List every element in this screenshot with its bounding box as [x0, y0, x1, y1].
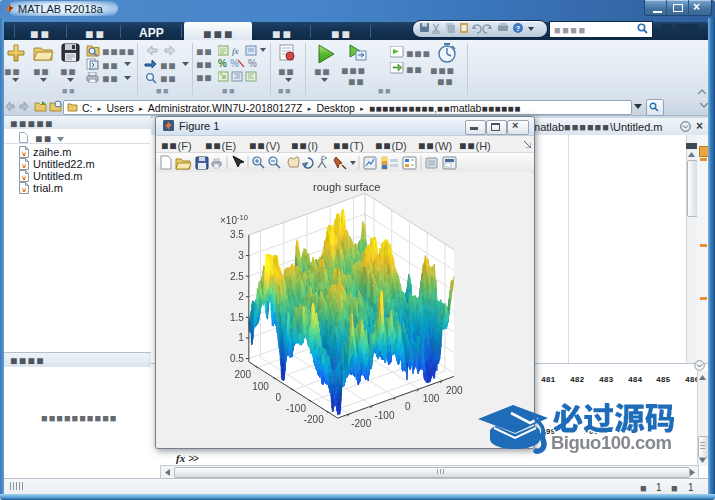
svg-text:?: ?	[516, 24, 521, 33]
svg-text:%: %	[248, 58, 257, 69]
svg-text:%: %	[218, 58, 227, 69]
svg-text:%: %	[230, 58, 239, 69]
svg-text:fx: fx	[232, 46, 239, 56]
